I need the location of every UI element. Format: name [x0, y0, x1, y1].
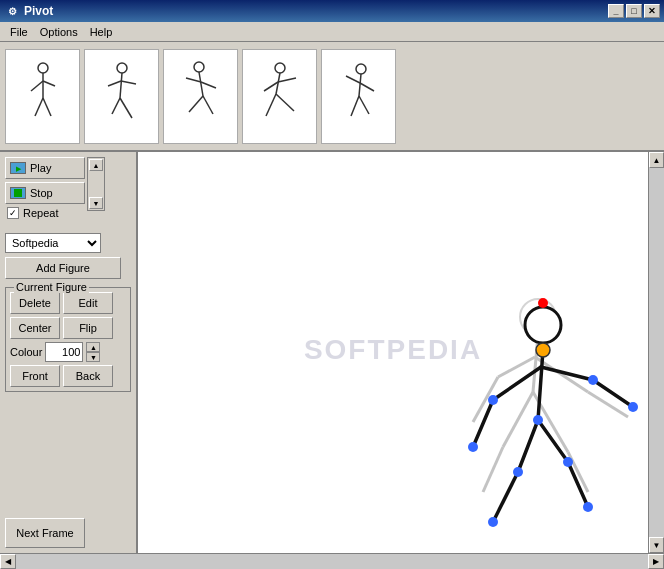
flip-button[interactable]: Flip — [63, 317, 113, 339]
svg-line-23 — [276, 94, 294, 111]
center-button[interactable]: Center — [10, 317, 60, 339]
svg-line-21 — [278, 78, 296, 82]
svg-line-16 — [189, 96, 203, 112]
svg-line-22 — [266, 94, 276, 116]
figure-select-row: Softpedia — [5, 233, 131, 253]
repeat-label: Repeat — [23, 207, 58, 219]
svg-line-9 — [121, 81, 136, 84]
delete-edit-row: Delete Edit — [10, 292, 126, 314]
svg-point-53 — [488, 395, 498, 405]
app-icon: ⚙ — [4, 3, 20, 19]
frame-2[interactable] — [84, 49, 159, 144]
scroll-track[interactable] — [649, 168, 664, 537]
colour-label: Colour — [10, 346, 42, 358]
right-scrollbar: ▲ ▼ — [648, 152, 664, 553]
svg-line-20 — [264, 82, 278, 91]
svg-point-6 — [117, 63, 127, 73]
svg-line-10 — [112, 98, 120, 114]
next-frame-button[interactable]: Next Frame — [5, 518, 85, 548]
svg-line-11 — [120, 98, 132, 118]
menu-bar: File Options Help — [0, 22, 664, 42]
menu-help[interactable]: Help — [84, 24, 119, 40]
svg-line-8 — [108, 81, 121, 86]
scroll-left-button[interactable]: ◀ — [0, 554, 16, 569]
svg-line-28 — [351, 96, 359, 116]
svg-point-52 — [538, 298, 548, 308]
colour-down[interactable]: ▼ — [86, 352, 100, 362]
svg-line-2 — [31, 81, 43, 91]
svg-line-5 — [43, 98, 51, 116]
svg-line-15 — [201, 82, 216, 88]
scroll-up[interactable]: ▲ — [89, 159, 103, 171]
svg-point-56 — [628, 402, 638, 412]
scroll-down[interactable]: ▼ — [89, 197, 103, 209]
svg-point-50 — [525, 307, 561, 343]
svg-line-17 — [203, 96, 213, 114]
group-label: Current Figure — [14, 281, 89, 293]
current-figure-group: Current Figure Delete Edit Center Flip — [5, 287, 131, 392]
svg-line-47 — [493, 472, 518, 522]
add-figure-button[interactable]: Add Figure — [5, 257, 121, 279]
menu-file[interactable]: File — [4, 24, 34, 40]
repeat-checkbox[interactable] — [7, 207, 19, 219]
edit-button[interactable]: Edit — [63, 292, 113, 314]
window-title: Pivot — [24, 4, 606, 18]
svg-line-3 — [43, 81, 55, 86]
back-button[interactable]: Back — [63, 365, 113, 387]
svg-line-34 — [503, 392, 533, 447]
frames-strip — [0, 42, 664, 152]
scroll-down-button[interactable]: ▼ — [649, 537, 664, 553]
stick-figure-canvas — [138, 152, 648, 553]
scroll-right-button[interactable]: ▶ — [648, 554, 664, 569]
front-back-row: Front Back — [10, 365, 126, 387]
stop-button[interactable]: Stop — [5, 182, 85, 204]
svg-point-51 — [536, 343, 550, 357]
svg-point-60 — [583, 502, 593, 512]
center-flip-row: Center Flip — [10, 317, 126, 339]
colour-input[interactable] — [45, 342, 83, 362]
svg-point-61 — [533, 415, 543, 425]
svg-line-27 — [360, 83, 374, 91]
front-button[interactable]: Front — [10, 365, 60, 387]
svg-point-57 — [513, 467, 523, 477]
play-icon — [10, 162, 26, 174]
play-button[interactable]: Play — [5, 157, 85, 179]
play-stop-buttons: Play Stop Repeat — [5, 157, 85, 219]
colour-up[interactable]: ▲ — [86, 342, 100, 352]
svg-point-24 — [356, 64, 366, 74]
svg-line-14 — [186, 78, 201, 82]
left-panel: Play Stop Repeat ▲ ▼ — [0, 152, 138, 553]
playback-controls: Play Stop Repeat ▲ ▼ — [5, 157, 131, 219]
scroll-up-button[interactable]: ▲ — [649, 152, 664, 168]
canvas-area[interactable]: SOFTPEDIA — [138, 152, 648, 553]
svg-line-13 — [199, 72, 203, 96]
svg-point-54 — [468, 442, 478, 452]
menu-options[interactable]: Options — [34, 24, 84, 40]
hscroll-track[interactable] — [16, 554, 648, 569]
svg-line-36 — [483, 447, 503, 492]
main-container: Play Stop Repeat ▲ ▼ — [0, 42, 664, 569]
svg-line-7 — [120, 73, 122, 98]
svg-line-29 — [359, 96, 369, 114]
frame-5[interactable] — [321, 49, 396, 144]
svg-point-59 — [563, 457, 573, 467]
frame-3[interactable] — [163, 49, 238, 144]
svg-point-18 — [275, 63, 285, 73]
minimize-button[interactable]: _ — [608, 4, 624, 18]
frame-1[interactable] — [5, 49, 80, 144]
delete-button[interactable]: Delete — [10, 292, 60, 314]
title-bar: ⚙ Pivot _ □ ✕ — [0, 0, 664, 22]
frame-4[interactable] — [242, 49, 317, 144]
maximize-button[interactable]: □ — [626, 4, 642, 18]
close-button[interactable]: ✕ — [644, 4, 660, 18]
svg-line-39 — [588, 392, 628, 417]
svg-line-4 — [35, 98, 43, 116]
colour-row: Colour ▲ ▼ — [10, 342, 126, 362]
speed-scroll: ▲ ▼ — [87, 157, 105, 211]
svg-point-12 — [194, 62, 204, 72]
svg-line-45 — [593, 380, 633, 407]
repeat-row: Repeat — [5, 207, 85, 219]
svg-line-46 — [518, 420, 538, 472]
figure-dropdown[interactable]: Softpedia — [5, 233, 101, 253]
svg-point-0 — [38, 63, 48, 73]
